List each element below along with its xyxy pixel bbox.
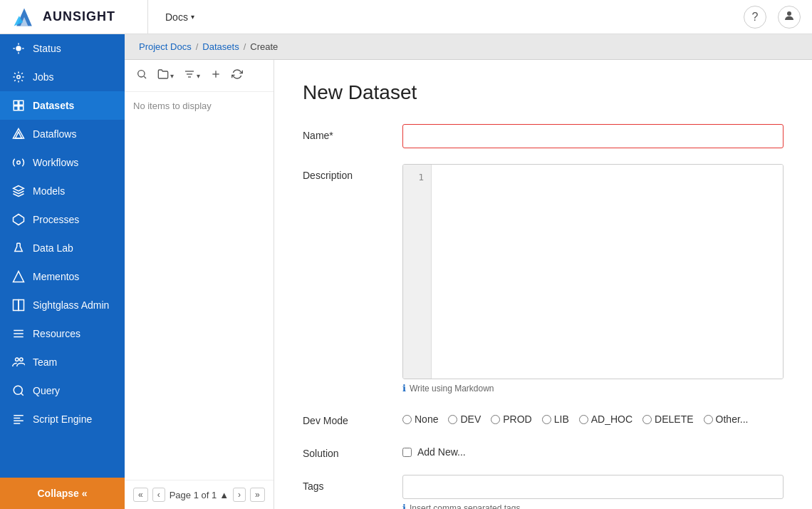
- description-textarea[interactable]: [432, 165, 783, 379]
- top-nav: AUNSIGHT Docs ▾ ?: [0, 0, 812, 34]
- tags-label: Tags: [303, 475, 388, 492]
- logo-area: AUNSIGHT: [11, 4, 136, 30]
- mementos-icon: [11, 269, 26, 284]
- prev-page-button[interactable]: ‹: [152, 488, 165, 502]
- devmode-prod[interactable]: PROD: [491, 413, 531, 425]
- app-name: AUNSIGHT: [43, 9, 115, 24]
- first-page-button[interactable]: «: [133, 488, 148, 502]
- sort-icon: [184, 68, 195, 83]
- search-icon: [136, 68, 147, 83]
- devmode-adhoc-label: AD_HOC: [591, 413, 633, 425]
- solution-row: Solution Add New...: [303, 442, 784, 459]
- solution-add-new[interactable]: Add New...: [402, 442, 784, 458]
- tags-input[interactable]: [402, 475, 784, 499]
- sidebar-item-dataflows[interactable]: Dataflows: [0, 120, 125, 148]
- sidebar-item-sightglass[interactable]: Sightglass Admin: [0, 291, 125, 319]
- collapse-button[interactable]: Collapse «: [0, 478, 125, 509]
- svg-rect-20: [19, 300, 24, 311]
- jobs-icon: [11, 70, 26, 84]
- svg-line-33: [144, 76, 146, 78]
- user-button[interactable]: [778, 6, 801, 29]
- help-icon: ?: [752, 11, 759, 24]
- svg-rect-10: [14, 101, 18, 105]
- devmode-dev[interactable]: DEV: [448, 413, 481, 425]
- search-button[interactable]: [133, 67, 150, 84]
- sidebar-item-datalab[interactable]: Data Lab: [0, 234, 125, 262]
- sidebar-item-processes[interactable]: Processes: [0, 205, 125, 234]
- sidebar-item-query[interactable]: Query: [0, 376, 125, 405]
- status-icon: [11, 41, 26, 56]
- scriptengine-icon: [11, 412, 26, 426]
- devmode-none[interactable]: None: [402, 413, 438, 425]
- team-icon: [11, 355, 26, 369]
- sidebar-label-status: Status: [33, 43, 61, 54]
- svg-marker-18: [14, 272, 24, 282]
- sidebar-label-dataflows: Dataflows: [33, 128, 76, 140]
- name-input[interactable]: [402, 124, 784, 148]
- description-field: 1 ℹ Write using Markdown: [402, 164, 784, 394]
- sidebar-item-workflows[interactable]: Workflows: [0, 148, 125, 177]
- left-panel: ▾ ▾: [125, 60, 274, 509]
- models-icon: [11, 184, 26, 198]
- docs-button[interactable]: Docs ▾: [160, 9, 200, 26]
- sidebar-label-jobs: Jobs: [33, 71, 54, 83]
- devmode-prod-radio[interactable]: [491, 415, 500, 424]
- sidebar-item-mementos[interactable]: Mementos: [0, 262, 125, 291]
- no-items-text: No items to display: [125, 92, 274, 120]
- sidebar-label-processes: Processes: [33, 214, 79, 225]
- sidebar-item-datasets[interactable]: Datasets: [0, 91, 125, 120]
- next-page-button[interactable]: ›: [233, 488, 246, 502]
- description-label: Description: [303, 164, 388, 181]
- tags-hint-text: Insert comma separated tags: [410, 503, 520, 510]
- datalab-icon: [11, 241, 26, 255]
- devmode-other-radio[interactable]: [704, 415, 713, 424]
- sidebar-item-team[interactable]: Team: [0, 348, 125, 376]
- devmode-adhoc[interactable]: AD_HOC: [579, 413, 633, 425]
- svg-point-32: [138, 71, 145, 77]
- tags-hint: ℹ Insert comma separated tags: [402, 503, 784, 509]
- add-icon: [210, 68, 222, 83]
- left-panel-toolbar: ▾ ▾: [125, 60, 274, 92]
- name-field: [402, 124, 784, 148]
- last-page-button[interactable]: »: [250, 488, 265, 502]
- dataflows-icon: [11, 127, 26, 141]
- folder-button[interactable]: ▾: [155, 67, 177, 84]
- svg-point-25: [20, 358, 24, 361]
- devmode-other[interactable]: Other...: [704, 413, 749, 425]
- svg-marker-17: [14, 215, 24, 225]
- sidebar-item-status[interactable]: Status: [0, 34, 125, 63]
- content-area: ▾ ▾: [125, 60, 812, 509]
- devmode-dev-radio[interactable]: [448, 415, 457, 424]
- info-icon: ℹ: [402, 383, 406, 394]
- breadcrumb-datasets[interactable]: Datasets: [202, 41, 239, 52]
- solution-label: Solution: [303, 442, 388, 459]
- sidebar-item-scriptengine[interactable]: Script Engine: [0, 405, 125, 433]
- nav-right: ?: [744, 6, 801, 29]
- resources-icon: [11, 327, 26, 341]
- sidebar-item-models[interactable]: Models: [0, 177, 125, 205]
- devmode-delete-label: DELETE: [655, 413, 693, 425]
- sidebar-item-jobs[interactable]: Jobs: [0, 63, 125, 91]
- breadcrumb-current: Create: [250, 41, 278, 52]
- devmode-delete[interactable]: DELETE: [642, 413, 693, 425]
- devmode-none-radio[interactable]: [402, 415, 412, 424]
- page-label: Page 1 of 1: [170, 490, 217, 500]
- solution-add-new-label: Add New...: [417, 446, 466, 458]
- sidebar-label-team: Team: [33, 356, 57, 368]
- svg-point-16: [17, 161, 21, 165]
- sidebar-label-query: Query: [33, 385, 60, 396]
- sidebar-item-resources[interactable]: Resources: [0, 319, 125, 348]
- sort-button[interactable]: ▾: [181, 67, 203, 84]
- help-button[interactable]: ?: [744, 6, 766, 29]
- add-button[interactable]: [207, 67, 224, 84]
- refresh-button[interactable]: [229, 67, 246, 84]
- solution-checkbox[interactable]: [402, 448, 412, 457]
- devmode-lib-radio[interactable]: [542, 415, 551, 424]
- devmode-delete-radio[interactable]: [642, 415, 652, 424]
- description-row: Description 1 ℹ Write using Markdown: [303, 164, 784, 394]
- devmode-lib[interactable]: LIB: [542, 413, 569, 425]
- breadcrumb-project-docs[interactable]: Project Docs: [139, 41, 192, 52]
- svg-marker-14: [14, 129, 24, 139]
- devmode-adhoc-radio[interactable]: [579, 415, 588, 424]
- line-numbers: 1: [403, 165, 432, 379]
